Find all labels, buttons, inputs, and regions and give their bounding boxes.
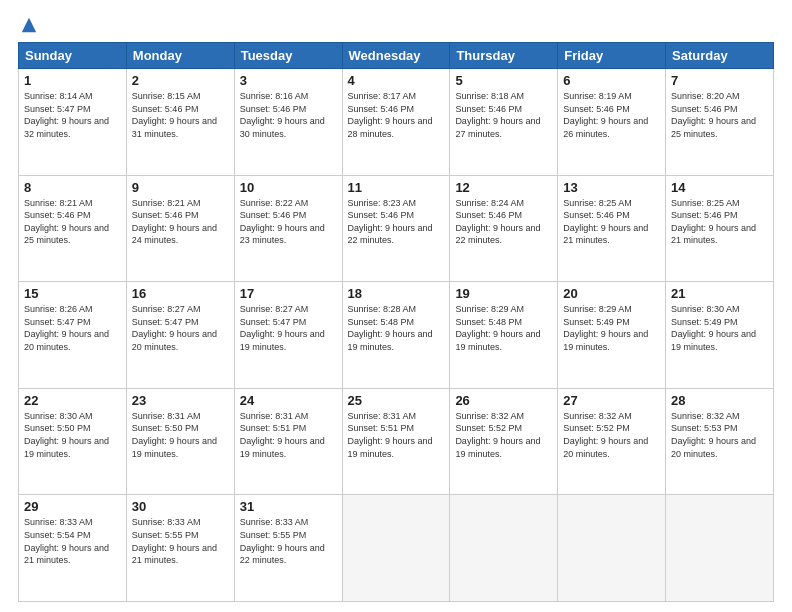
day-info: Sunrise: 8:20 AMSunset: 5:46 PMDaylight:… (671, 91, 756, 139)
calendar-cell: 2Sunrise: 8:15 AMSunset: 5:46 PMDaylight… (126, 69, 234, 176)
weekday-header-wednesday: Wednesday (342, 43, 450, 69)
calendar-cell: 31Sunrise: 8:33 AMSunset: 5:55 PMDayligh… (234, 495, 342, 602)
calendar-header: SundayMondayTuesdayWednesdayThursdayFrid… (19, 43, 774, 69)
weekday-header-row: SundayMondayTuesdayWednesdayThursdayFrid… (19, 43, 774, 69)
weekday-header-tuesday: Tuesday (234, 43, 342, 69)
day-info: Sunrise: 8:32 AMSunset: 5:52 PMDaylight:… (563, 411, 648, 459)
calendar-cell: 8Sunrise: 8:21 AMSunset: 5:46 PMDaylight… (19, 175, 127, 282)
weekday-header-sunday: Sunday (19, 43, 127, 69)
day-number: 20 (563, 286, 660, 301)
calendar-cell: 9Sunrise: 8:21 AMSunset: 5:46 PMDaylight… (126, 175, 234, 282)
day-info: Sunrise: 8:18 AMSunset: 5:46 PMDaylight:… (455, 91, 540, 139)
day-number: 30 (132, 499, 229, 514)
logo-icon (20, 16, 38, 34)
calendar-cell: 7Sunrise: 8:20 AMSunset: 5:46 PMDaylight… (666, 69, 774, 176)
day-number: 10 (240, 180, 337, 195)
calendar-cell: 14Sunrise: 8:25 AMSunset: 5:46 PMDayligh… (666, 175, 774, 282)
calendar-cell: 29Sunrise: 8:33 AMSunset: 5:54 PMDayligh… (19, 495, 127, 602)
day-info: Sunrise: 8:33 AMSunset: 5:54 PMDaylight:… (24, 517, 109, 565)
day-number: 27 (563, 393, 660, 408)
calendar-body: 1Sunrise: 8:14 AMSunset: 5:47 PMDaylight… (19, 69, 774, 602)
day-info: Sunrise: 8:27 AMSunset: 5:47 PMDaylight:… (132, 304, 217, 352)
day-info: Sunrise: 8:28 AMSunset: 5:48 PMDaylight:… (348, 304, 433, 352)
day-number: 22 (24, 393, 121, 408)
day-number: 7 (671, 73, 768, 88)
calendar-cell: 28Sunrise: 8:32 AMSunset: 5:53 PMDayligh… (666, 388, 774, 495)
calendar-cell: 4Sunrise: 8:17 AMSunset: 5:46 PMDaylight… (342, 69, 450, 176)
header (18, 16, 774, 34)
calendar-cell: 23Sunrise: 8:31 AMSunset: 5:50 PMDayligh… (126, 388, 234, 495)
day-number: 9 (132, 180, 229, 195)
calendar-cell: 11Sunrise: 8:23 AMSunset: 5:46 PMDayligh… (342, 175, 450, 282)
day-number: 26 (455, 393, 552, 408)
calendar-cell: 3Sunrise: 8:16 AMSunset: 5:46 PMDaylight… (234, 69, 342, 176)
calendar-cell (558, 495, 666, 602)
calendar-cell: 27Sunrise: 8:32 AMSunset: 5:52 PMDayligh… (558, 388, 666, 495)
calendar-cell: 17Sunrise: 8:27 AMSunset: 5:47 PMDayligh… (234, 282, 342, 389)
day-number: 13 (563, 180, 660, 195)
day-number: 25 (348, 393, 445, 408)
calendar-week-1: 1Sunrise: 8:14 AMSunset: 5:47 PMDaylight… (19, 69, 774, 176)
calendar-cell: 12Sunrise: 8:24 AMSunset: 5:46 PMDayligh… (450, 175, 558, 282)
day-info: Sunrise: 8:17 AMSunset: 5:46 PMDaylight:… (348, 91, 433, 139)
calendar-cell: 24Sunrise: 8:31 AMSunset: 5:51 PMDayligh… (234, 388, 342, 495)
day-info: Sunrise: 8:32 AMSunset: 5:53 PMDaylight:… (671, 411, 756, 459)
day-number: 11 (348, 180, 445, 195)
day-info: Sunrise: 8:29 AMSunset: 5:49 PMDaylight:… (563, 304, 648, 352)
day-number: 29 (24, 499, 121, 514)
calendar-cell (666, 495, 774, 602)
day-number: 19 (455, 286, 552, 301)
calendar-cell: 10Sunrise: 8:22 AMSunset: 5:46 PMDayligh… (234, 175, 342, 282)
calendar-cell: 6Sunrise: 8:19 AMSunset: 5:46 PMDaylight… (558, 69, 666, 176)
day-info: Sunrise: 8:23 AMSunset: 5:46 PMDaylight:… (348, 198, 433, 246)
calendar-cell: 26Sunrise: 8:32 AMSunset: 5:52 PMDayligh… (450, 388, 558, 495)
day-info: Sunrise: 8:25 AMSunset: 5:46 PMDaylight:… (563, 198, 648, 246)
day-info: Sunrise: 8:14 AMSunset: 5:47 PMDaylight:… (24, 91, 109, 139)
day-info: Sunrise: 8:16 AMSunset: 5:46 PMDaylight:… (240, 91, 325, 139)
day-number: 17 (240, 286, 337, 301)
day-info: Sunrise: 8:24 AMSunset: 5:46 PMDaylight:… (455, 198, 540, 246)
calendar-cell: 22Sunrise: 8:30 AMSunset: 5:50 PMDayligh… (19, 388, 127, 495)
day-number: 18 (348, 286, 445, 301)
calendar-cell: 13Sunrise: 8:25 AMSunset: 5:46 PMDayligh… (558, 175, 666, 282)
day-info: Sunrise: 8:19 AMSunset: 5:46 PMDaylight:… (563, 91, 648, 139)
day-number: 21 (671, 286, 768, 301)
day-number: 2 (132, 73, 229, 88)
day-info: Sunrise: 8:31 AMSunset: 5:51 PMDaylight:… (348, 411, 433, 459)
calendar-week-4: 22Sunrise: 8:30 AMSunset: 5:50 PMDayligh… (19, 388, 774, 495)
day-number: 8 (24, 180, 121, 195)
day-info: Sunrise: 8:31 AMSunset: 5:50 PMDaylight:… (132, 411, 217, 459)
calendar-cell: 16Sunrise: 8:27 AMSunset: 5:47 PMDayligh… (126, 282, 234, 389)
day-info: Sunrise: 8:22 AMSunset: 5:46 PMDaylight:… (240, 198, 325, 246)
day-info: Sunrise: 8:29 AMSunset: 5:48 PMDaylight:… (455, 304, 540, 352)
weekday-header-saturday: Saturday (666, 43, 774, 69)
day-info: Sunrise: 8:15 AMSunset: 5:46 PMDaylight:… (132, 91, 217, 139)
svg-marker-0 (22, 18, 36, 32)
day-number: 31 (240, 499, 337, 514)
day-number: 16 (132, 286, 229, 301)
day-info: Sunrise: 8:26 AMSunset: 5:47 PMDaylight:… (24, 304, 109, 352)
day-info: Sunrise: 8:21 AMSunset: 5:46 PMDaylight:… (24, 198, 109, 246)
day-number: 12 (455, 180, 552, 195)
day-number: 28 (671, 393, 768, 408)
calendar-cell: 21Sunrise: 8:30 AMSunset: 5:49 PMDayligh… (666, 282, 774, 389)
day-info: Sunrise: 8:31 AMSunset: 5:51 PMDaylight:… (240, 411, 325, 459)
day-info: Sunrise: 8:30 AMSunset: 5:50 PMDaylight:… (24, 411, 109, 459)
day-number: 15 (24, 286, 121, 301)
calendar-week-2: 8Sunrise: 8:21 AMSunset: 5:46 PMDaylight… (19, 175, 774, 282)
calendar-cell: 30Sunrise: 8:33 AMSunset: 5:55 PMDayligh… (126, 495, 234, 602)
calendar-cell: 20Sunrise: 8:29 AMSunset: 5:49 PMDayligh… (558, 282, 666, 389)
day-number: 23 (132, 393, 229, 408)
day-info: Sunrise: 8:30 AMSunset: 5:49 PMDaylight:… (671, 304, 756, 352)
day-info: Sunrise: 8:33 AMSunset: 5:55 PMDaylight:… (240, 517, 325, 565)
calendar-cell: 18Sunrise: 8:28 AMSunset: 5:48 PMDayligh… (342, 282, 450, 389)
day-number: 1 (24, 73, 121, 88)
day-info: Sunrise: 8:32 AMSunset: 5:52 PMDaylight:… (455, 411, 540, 459)
day-number: 24 (240, 393, 337, 408)
weekday-header-friday: Friday (558, 43, 666, 69)
logo (18, 16, 38, 34)
day-number: 3 (240, 73, 337, 88)
day-number: 6 (563, 73, 660, 88)
calendar-cell: 25Sunrise: 8:31 AMSunset: 5:51 PMDayligh… (342, 388, 450, 495)
day-number: 14 (671, 180, 768, 195)
